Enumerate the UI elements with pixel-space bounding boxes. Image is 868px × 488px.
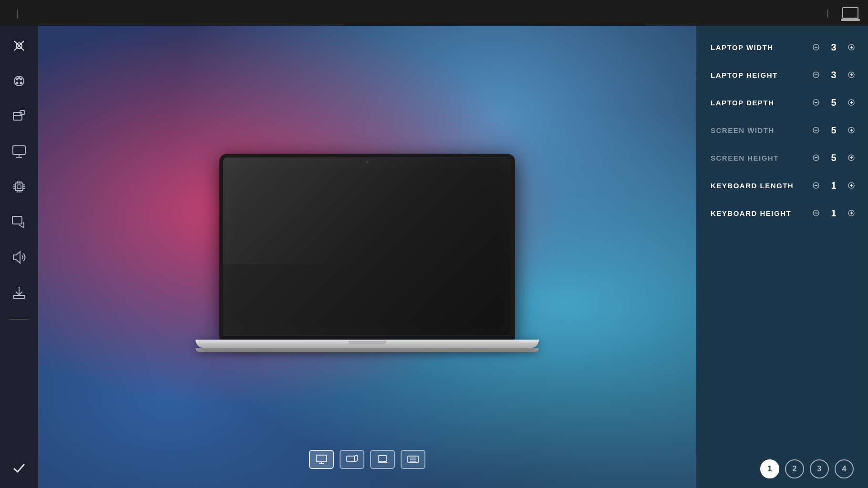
- sidebar-item-download[interactable]: [9, 282, 30, 303]
- param-minus-keyboard-length[interactable]: [809, 178, 823, 193]
- view-selector: [309, 450, 425, 469]
- param-value-keyboard-height: 1: [829, 208, 838, 219]
- display-icon: [11, 214, 27, 230]
- header-divider: |: [16, 8, 19, 19]
- param-plus-keyboard-height[interactable]: [844, 206, 858, 220]
- main-layout: LAPTOP WIDTH3LAPTOP HEIGHT3LAPTOP DEPTH5…: [0, 26, 868, 488]
- param-label-keyboard-height: KEYBOARD HEIGHT: [711, 209, 809, 217]
- svg-rect-16: [17, 185, 21, 189]
- param-controls-screen-width: 5: [809, 123, 858, 137]
- param-controls-screen-height: 5: [809, 151, 858, 165]
- param-row-screen-width: SCREEN WIDTH5: [711, 123, 858, 137]
- sidebar-item-sound[interactable]: [9, 247, 30, 268]
- sidebar-item-monitor[interactable]: [9, 141, 30, 162]
- laptop-base: [196, 340, 539, 348]
- svg-point-8: [18, 77, 21, 80]
- laptop-screen: [219, 154, 515, 340]
- header: | |: [0, 0, 868, 26]
- param-minus-screen-width[interactable]: [809, 123, 823, 137]
- header-right: |: [820, 7, 858, 19]
- page-indicator-1[interactable]: 1: [760, 459, 779, 478]
- sound-icon: [11, 250, 27, 265]
- param-label-screen-width: SCREEN WIDTH: [711, 126, 809, 134]
- view-corner-icon: [346, 455, 358, 464]
- param-plus-laptop-width[interactable]: [844, 40, 858, 54]
- page-indicators: 1234: [711, 459, 858, 478]
- laptop-icon-header: [842, 7, 858, 19]
- sidebar-divider: [10, 319, 29, 320]
- view-top-icon: [407, 455, 419, 464]
- params-container: LAPTOP WIDTH3LAPTOP HEIGHT3LAPTOP DEPTH5…: [711, 40, 858, 234]
- param-minus-screen-height[interactable]: [809, 151, 823, 165]
- view-btn-front[interactable]: [309, 450, 334, 469]
- sidebar-item-tools[interactable]: [9, 35, 30, 56]
- param-plus-screen-width[interactable]: [844, 123, 858, 137]
- param-row-keyboard-height: KEYBOARD HEIGHT1: [711, 206, 858, 220]
- tools-icon: [11, 38, 27, 53]
- param-row-screen-height: SCREEN HEIGHT5: [711, 151, 858, 165]
- param-controls-keyboard-height: 1: [809, 206, 858, 220]
- svg-point-6: [16, 82, 19, 84]
- param-label-laptop-height: LAPTOP HEIGHT: [711, 71, 809, 79]
- param-plus-keyboard-length[interactable]: [844, 178, 858, 193]
- view-front-icon: [315, 455, 328, 464]
- param-plus-screen-height[interactable]: [844, 151, 858, 165]
- sidebar-item-check[interactable]: [9, 458, 30, 478]
- view-btn-side[interactable]: [370, 450, 395, 469]
- param-label-screen-height: SCREEN HEIGHT: [711, 154, 809, 162]
- param-controls-laptop-width: 3: [809, 40, 858, 54]
- laptop-illustration: [196, 154, 539, 352]
- page-indicator-4[interactable]: 4: [835, 459, 854, 478]
- param-controls-laptop-height: 3: [809, 68, 858, 82]
- param-controls-laptop-depth: 5: [809, 95, 858, 110]
- monitor-icon: [11, 144, 27, 159]
- param-plus-laptop-depth[interactable]: [844, 95, 858, 110]
- param-minus-laptop-height[interactable]: [809, 68, 823, 82]
- svg-point-7: [20, 82, 22, 84]
- param-label-laptop-width: LAPTOP WIDTH: [711, 43, 809, 51]
- svg-rect-33: [316, 455, 327, 462]
- param-minus-keyboard-height[interactable]: [809, 206, 823, 220]
- laptop-foot: [196, 348, 539, 352]
- param-value-laptop-width: 3: [829, 42, 838, 53]
- view-side-icon: [376, 455, 389, 464]
- check-icon: [11, 460, 27, 476]
- param-minus-laptop-depth[interactable]: [809, 95, 823, 110]
- sticker-icon: [11, 109, 27, 124]
- view-btn-top[interactable]: [401, 450, 425, 469]
- canvas-area: [38, 26, 696, 488]
- svg-rect-15: [15, 183, 23, 191]
- param-row-laptop-width: LAPTOP WIDTH3: [711, 40, 858, 54]
- sidebar-item-palette[interactable]: [9, 71, 30, 92]
- param-plus-laptop-height[interactable]: [844, 68, 858, 82]
- svg-rect-31: [13, 295, 25, 298]
- svg-rect-12: [13, 146, 25, 154]
- param-row-keyboard-length: KEYBOARD LENGTH1: [711, 178, 858, 193]
- sidebar-item-stickers[interactable]: [9, 106, 30, 127]
- svg-marker-30: [13, 252, 20, 263]
- sidebar-item-cpu[interactable]: [9, 176, 30, 197]
- svg-rect-9: [13, 112, 22, 120]
- right-panel: LAPTOP WIDTH3LAPTOP HEIGHT3LAPTOP DEPTH5…: [696, 26, 868, 488]
- param-label-laptop-depth: LAPTOP DEPTH: [711, 99, 809, 107]
- sidebar-item-display[interactable]: [9, 212, 30, 233]
- param-row-laptop-depth: LAPTOP DEPTH5: [711, 95, 858, 110]
- sidebar: [0, 26, 38, 488]
- param-value-keyboard-length: 1: [829, 180, 838, 191]
- param-row-laptop-height: LAPTOP HEIGHT3: [711, 68, 858, 82]
- page-indicator-3[interactable]: 3: [810, 459, 829, 478]
- param-value-screen-width: 5: [829, 125, 838, 136]
- page-indicator-2[interactable]: 2: [785, 459, 804, 478]
- param-label-keyboard-length: KEYBOARD LENGTH: [711, 182, 809, 190]
- param-value-screen-height: 5: [829, 152, 838, 163]
- header-divider2: |: [827, 8, 829, 18]
- svg-rect-36: [347, 456, 354, 462]
- laptop-base-wrapper: [196, 340, 539, 352]
- param-value-laptop-height: 3: [829, 70, 838, 81]
- param-minus-laptop-width[interactable]: [809, 40, 823, 54]
- view-btn-corner[interactable]: [340, 450, 364, 469]
- download-icon: [11, 285, 27, 300]
- param-value-laptop-depth: 5: [829, 97, 838, 108]
- svg-rect-40: [378, 456, 387, 461]
- svg-rect-29: [12, 216, 22, 224]
